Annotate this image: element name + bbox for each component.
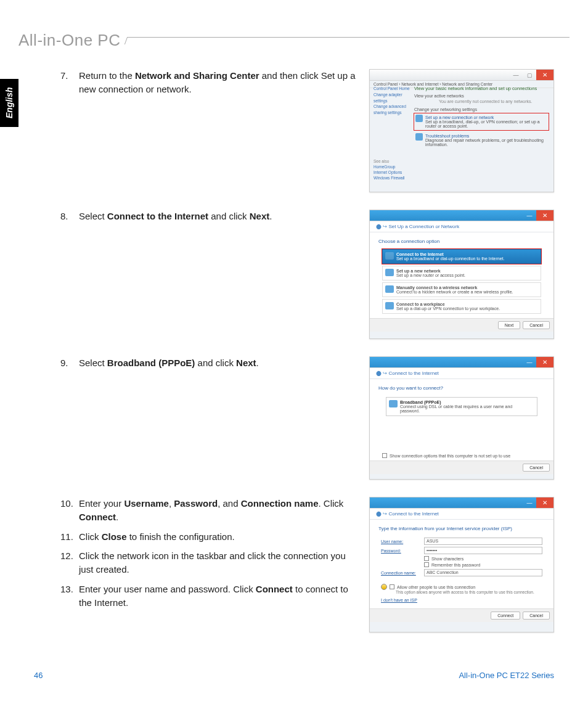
minimize-icon[interactable]: — [509, 70, 523, 80]
close-icon[interactable]: ✕ [536, 357, 553, 367]
step-text: Return to the Network and Sharing Center… [79, 69, 358, 96]
dialog-footer: Connect Cancel [370, 608, 553, 622]
username-input[interactable]: ASUS [424, 538, 542, 545]
nsc-note: You are currently not connected to any n… [439, 99, 549, 104]
wifi-icon [385, 285, 394, 293]
nsc-sub: View your active networks [414, 94, 549, 98]
minimize-icon[interactable]: — [523, 497, 536, 508]
password-label: Password: [381, 549, 424, 553]
page-header: All-in-One PC [18, 31, 570, 50]
screenshot-credentials: — ✕ ⬤ ↪ Connect to the Internet Type the… [369, 497, 554, 632]
option-new-network[interactable]: Set up a new network Set up a new router… [382, 266, 541, 280]
dialog-title: ⬤ ↪ Connect to the Internet [370, 368, 553, 379]
maximize-icon[interactable]: ▢ [523, 70, 536, 80]
nsc-option-setup[interactable]: Set up a new connection or network Set u… [414, 113, 549, 130]
close-icon[interactable]: ✕ [536, 210, 553, 221]
minimize-icon[interactable]: — [523, 357, 536, 367]
window-titlebar: — ✕ [370, 497, 553, 509]
no-isp-link[interactable]: I don't have an ISP [381, 598, 542, 602]
dialog-prompt: Type the information from your Internet … [378, 526, 545, 531]
step-text: Enter your user name and password. Click… [79, 583, 358, 610]
step-number: 10. [60, 497, 79, 524]
field-username: User name: ASUS [381, 538, 542, 545]
steps-block: 10. Enter your Username, Password, and C… [60, 497, 358, 615]
see-also-link[interactable]: Internet Options [374, 170, 405, 175]
allow-others-checkbox[interactable]: Allow other people to use this connectio… [381, 584, 542, 590]
connect-button[interactable]: Connect [491, 612, 520, 620]
page-footer: 46 All-in-One PC ET22 Series [34, 671, 554, 680]
connection-name-input[interactable]: ABC Connection [424, 569, 542, 576]
step-9: 9. Select Broadband (PPPoE) and click Ne… [60, 356, 358, 370]
close-icon[interactable]: ✕ [536, 497, 553, 508]
sidebar-link[interactable]: Change advanced sharing settings [374, 104, 410, 116]
remember-password-checkbox[interactable]: Remember this password [424, 562, 542, 567]
window-titlebar: — ✕ [370, 210, 553, 221]
option-broadband-pppoe[interactable]: Broadband (PPPoE) Connect using DSL or c… [386, 397, 537, 416]
step-number: 11. [60, 530, 79, 544]
step-text: Enter your Username, Password, and Conne… [79, 497, 358, 524]
header-rule [128, 37, 570, 44]
dialog-body: How do you want to connect? Broadband (P… [370, 379, 553, 474]
opt-sub: Diagnose and repair network problems, or… [425, 138, 546, 147]
screenshot-pppoe: — ✕ ⬤ ↪ Connect to the Internet How do y… [369, 356, 554, 480]
password-input[interactable]: ••••••• [424, 547, 542, 554]
sidebar-link[interactable]: Change adapter settings [374, 92, 410, 104]
see-also-link[interactable]: Windows Firewall [374, 175, 405, 181]
dialog-prompt: Choose a connection option [378, 239, 545, 244]
step-text: Click the network icon in the taskbar an… [79, 549, 358, 576]
router-icon [385, 269, 394, 276]
step-text: Select Broadband (PPPoE) and click Next. [79, 356, 358, 370]
dialog-title: ⬤ ↪ Set Up a Connection or Network [370, 221, 553, 232]
step-12: 12. Click the network icon in the taskba… [60, 549, 358, 576]
see-also-link[interactable]: HomeGroup [374, 164, 405, 170]
building-icon [385, 302, 394, 309]
cancel-button[interactable]: Cancel [523, 321, 550, 329]
option-connect-internet[interactable]: Connect to the Internet Set up a broadba… [382, 249, 541, 264]
field-connection-name: Connection name: ABC Connection [381, 569, 542, 576]
minimize-icon[interactable]: — [523, 210, 536, 221]
cancel-button[interactable]: Cancel [523, 612, 550, 620]
step-number: 8. [60, 210, 79, 223]
section-8: 8. Select Connect to the Internet and cl… [60, 210, 554, 339]
cancel-button[interactable]: Cancel [523, 464, 550, 472]
network-icon [415, 115, 423, 122]
close-icon[interactable]: ✕ [536, 70, 553, 80]
language-tab: English [0, 79, 18, 127]
sidebar-link[interactable]: Control Panel Home [374, 86, 410, 92]
content: 7. Return to the Network and Sharing Cen… [60, 69, 554, 650]
nsc-main: View your basic network information and … [414, 86, 549, 150]
steps-block: 8. Select Connect to the Internet and cl… [60, 210, 358, 229]
series-name: All-in-One PC ET22 Series [459, 671, 554, 680]
show-options-checkbox[interactable]: Show connection options that this comput… [382, 453, 541, 458]
steps-block: 7. Return to the Network and Sharing Cen… [60, 69, 358, 102]
step-13: 13. Enter your user name and password. C… [60, 583, 358, 610]
shield-icon [381, 584, 387, 590]
section-10-13: 10. Enter your Username, Password, and C… [60, 497, 554, 632]
checkbox-icon [390, 584, 394, 589]
option-wireless[interactable]: Manually connect to a wireless network C… [382, 282, 541, 297]
connection-name-label: Connection name: [381, 571, 424, 575]
section-7: 7. Return to the Network and Sharing Cen… [60, 69, 554, 192]
allow-subtext: This option allows anyone with access to… [396, 590, 542, 594]
nsc-option-troubleshoot[interactable]: Troubleshoot problems Diagnose and repai… [414, 132, 549, 149]
see-also: See also HomeGroup Internet Options Wind… [374, 158, 405, 181]
option-workplace[interactable]: Connect to a workplace Set up a dial-up … [382, 299, 541, 314]
dialog-prompt: How do you want to connect? [378, 385, 545, 391]
nsc-sidebar: Control Panel Home Change adapter settin… [374, 86, 410, 116]
window-titlebar: — ✕ [370, 357, 553, 368]
section-9: 9. Select Broadband (PPPoE) and click Ne… [60, 356, 554, 480]
opt-sub: Set up a broadband, dial-up, or VPN conn… [425, 120, 546, 128]
checkbox-icon [424, 556, 429, 561]
screenshot-connection-options: — ✕ ⬤ ↪ Set Up a Connection or Network C… [369, 210, 554, 339]
screenshot-network-sharing-center: — ▢ ✕ Control Panel › Network and Intern… [369, 69, 554, 192]
steps-block: 9. Select Broadband (PPPoE) and click Ne… [60, 356, 358, 376]
show-characters-checkbox[interactable]: Show characters [424, 556, 542, 561]
dialog-body: Type the information from your Internet … [370, 520, 553, 622]
checkbox-icon [424, 562, 429, 567]
opt-head: Troubleshoot problems [425, 134, 546, 138]
dialog-footer: Cancel [370, 460, 553, 474]
modem-icon [389, 400, 398, 407]
next-button[interactable]: Next [498, 321, 520, 329]
step-7: 7. Return to the Network and Sharing Cen… [60, 69, 358, 96]
step-11: 11. Click Close to finish the configurat… [60, 530, 358, 544]
